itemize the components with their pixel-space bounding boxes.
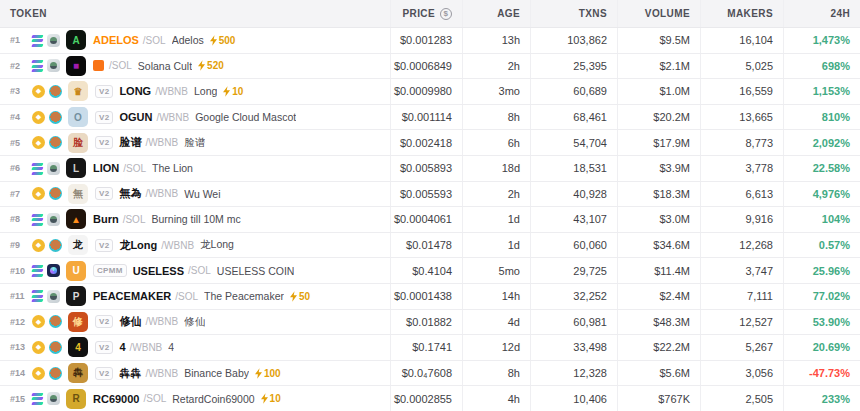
ticker-swatch [93, 60, 104, 71]
token-avatar: R [66, 389, 86, 409]
column-header-token[interactable]: TOKEN [0, 0, 390, 27]
token-avatar: 無 [68, 184, 88, 204]
token-cell: #14 ◆ 犇 V2 犇犇 /WBNB Binance Baby 100 [0, 361, 390, 386]
age-cell: 14h [462, 284, 530, 309]
table-row[interactable]: #1 A ADELOS /SOL Adelos 500 $0.001283 13… [0, 28, 860, 54]
table-row[interactable]: #15 R RC69000 /SOL RetardCoin69000 10 $0… [0, 386, 860, 411]
volume-cell: $5.6M [617, 361, 700, 386]
column-header-makers[interactable]: MAKERS [700, 0, 783, 27]
volume-cell: $3.9M [617, 156, 700, 181]
table-row[interactable]: #10 U CPMM USELESS /SOL USELESS COIN $0.… [0, 258, 860, 284]
price-cell: $0.01882 [390, 310, 462, 335]
price-cell: $0.0001438 [390, 284, 462, 309]
txns-cell: 68,461 [530, 105, 617, 130]
token-screener: TOKEN PRICE $ AGE TXNS VOLUME MAKERS 24H… [0, 0, 860, 411]
token-cell: #6 L LION /SOL The Lion [0, 156, 390, 181]
token-rank: #11 [10, 291, 32, 301]
table-row[interactable]: #3 ◆ ♛ V2 LONG /WBNB Long 10 $0.0009980 … [0, 79, 860, 105]
column-header-age[interactable]: AGE [462, 0, 530, 27]
usd-toggle-icon[interactable]: $ [440, 8, 452, 20]
quote-pair-label: /SOL [123, 163, 146, 174]
price-cell: $0.002418 [390, 130, 462, 155]
table-row[interactable]: #13 ◆ 4 V2 4 /WBNB 4 $0.1741 12d 33,498 … [0, 335, 860, 361]
token-ticker: USELESS [133, 265, 184, 277]
makers-cell: 5,267 [700, 335, 783, 360]
change-24h-cell: 2,092% [783, 130, 860, 155]
table-row[interactable]: #6 L LION /SOL The Lion $0.005893 18d 18… [0, 156, 860, 182]
age-cell: 4h [462, 386, 530, 411]
makers-cell: 3,747 [700, 258, 783, 283]
table-row[interactable]: #12 ◆ 修 V2 修仙 /WBNB 修仙 $0.01882 4d 60,98… [0, 310, 860, 336]
table-row[interactable]: #4 ◆ O V2 OGUN /WBNB Google Cloud Mascot… [0, 105, 860, 131]
age-cell: 13h [462, 28, 530, 53]
token-rank: #6 [10, 163, 32, 173]
token-name: Wu Wei [184, 188, 220, 200]
table-row[interactable]: #9 ◆ 龙 V2 龙Long /WBNB 龙Long $0.01478 1d … [0, 233, 860, 259]
makers-cell: 7,111 [700, 284, 783, 309]
column-header-volume-label: VOLUME [645, 8, 690, 19]
token-cell: #5 ◆ 脸 V2 脸谱 /WBNB 脸谱 [0, 130, 390, 155]
column-header-price-label: PRICE [402, 8, 435, 19]
table-header: TOKEN PRICE $ AGE TXNS VOLUME MAKERS 24H [0, 0, 860, 28]
column-header-txns-label: TXNS [579, 8, 607, 19]
makers-cell: 6,613 [700, 182, 783, 207]
token-avatar: O [68, 107, 88, 127]
volume-cell: $34.6M [617, 233, 700, 258]
column-header-txns[interactable]: TXNS [530, 0, 617, 27]
bnb-chain-icon: ◆ [32, 315, 45, 328]
makers-cell: 13,665 [700, 105, 783, 130]
token-cell: #10 U CPMM USELESS /SOL USELESS COIN [0, 258, 390, 283]
token-cell: #15 R RC69000 /SOL RetardCoin69000 10 [0, 386, 390, 411]
makers-cell: 16,104 [700, 28, 783, 53]
volume-cell: $18.3M [617, 182, 700, 207]
token-avatar: ♛ [68, 81, 88, 101]
token-name: USELESS COIN [217, 265, 295, 277]
token-name: Adelos [172, 34, 204, 46]
table-row[interactable]: #7 ◆ 無 V2 無為 /WBNB Wu Wei $0.005593 2h 4… [0, 182, 860, 208]
age-cell: 5mo [462, 258, 530, 283]
change-24h-cell: 233% [783, 386, 860, 411]
table-row[interactable]: #8 ▲ Burn /SOL Burning till 10M mc $0.00… [0, 207, 860, 233]
token-avatar: P [66, 286, 86, 306]
quote-pair-label: /WBNB [145, 368, 178, 379]
boost-badge: 500 [210, 35, 236, 46]
boost-badge: 520 [198, 60, 224, 71]
solana-chain-icon [32, 214, 43, 226]
token-rank: #7 [10, 189, 32, 199]
column-header-24h[interactable]: 24H [783, 0, 860, 27]
price-cell: $0.0₄7608 [390, 361, 462, 386]
txns-cell: 12,328 [530, 361, 617, 386]
token-rank: #2 [10, 61, 32, 71]
bnb-chain-icon: ◆ [32, 187, 45, 200]
txns-cell: 60,981 [530, 310, 617, 335]
table-row[interactable]: #14 ◆ 犇 V2 犇犇 /WBNB Binance Baby 100 $0.… [0, 361, 860, 387]
token-ticker: LION [93, 162, 119, 174]
change-24h-cell: 810% [783, 105, 860, 130]
pumpswap-dex-icon [47, 59, 60, 72]
token-ticker: Burn [93, 213, 119, 225]
change-24h-cell: 77.02% [783, 284, 860, 309]
token-name: The Peacemaker [204, 290, 284, 302]
column-header-volume[interactable]: VOLUME [617, 0, 700, 27]
boost-badge: 10 [261, 393, 281, 404]
table-body: #1 A ADELOS /SOL Adelos 500 $0.001283 13… [0, 28, 860, 411]
change-24h-cell: 25.96% [783, 258, 860, 283]
pool-version-badge: V2 [95, 111, 113, 124]
token-cell: #12 ◆ 修 V2 修仙 /WBNB 修仙 [0, 310, 390, 335]
table-row[interactable]: #5 ◆ 脸 V2 脸谱 /WBNB 脸谱 $0.002418 6h 54,70… [0, 130, 860, 156]
table-row[interactable]: #11 P PEACEMAKER /SOL The Peacemaker 50 … [0, 284, 860, 310]
token-avatar: 4 [68, 337, 88, 357]
table-row[interactable]: #2 ■ /SOL Solana Cult 520 $0.0006849 2h … [0, 54, 860, 80]
boost-count: 100 [264, 368, 281, 379]
txns-cell: 40,928 [530, 182, 617, 207]
column-header-price[interactable]: PRICE $ [390, 0, 462, 27]
volume-cell: $2.1M [617, 54, 700, 79]
pancakeswap-dex-icon [49, 111, 62, 124]
token-name: Burning till 10M mc [151, 213, 240, 225]
token-cell: #3 ◆ ♛ V2 LONG /WBNB Long 10 [0, 79, 390, 104]
pancakeswap-dex-icon [49, 341, 62, 354]
change-24h-cell: 53.90% [783, 310, 860, 335]
txns-cell: 10,406 [530, 386, 617, 411]
token-name: Binance Baby [184, 367, 249, 379]
bnb-chain-icon: ◆ [32, 85, 45, 98]
